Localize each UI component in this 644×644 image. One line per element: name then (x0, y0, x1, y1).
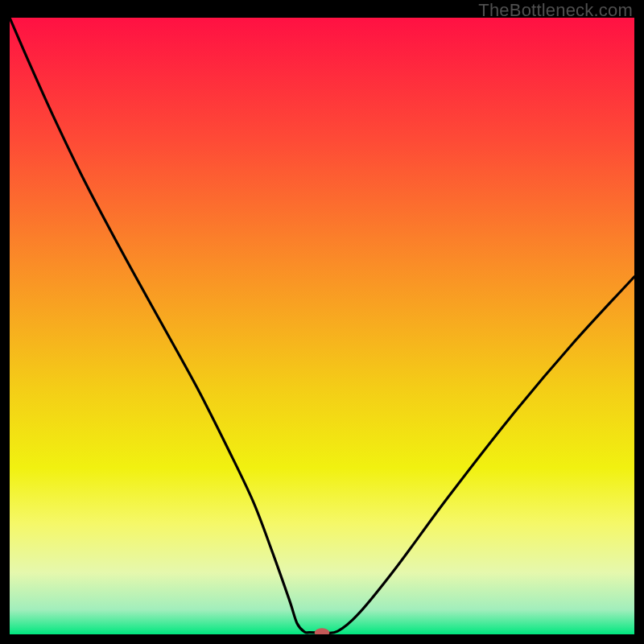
chart-frame (10, 18, 634, 634)
bottleneck-chart (10, 18, 634, 634)
chart-background (10, 18, 634, 634)
